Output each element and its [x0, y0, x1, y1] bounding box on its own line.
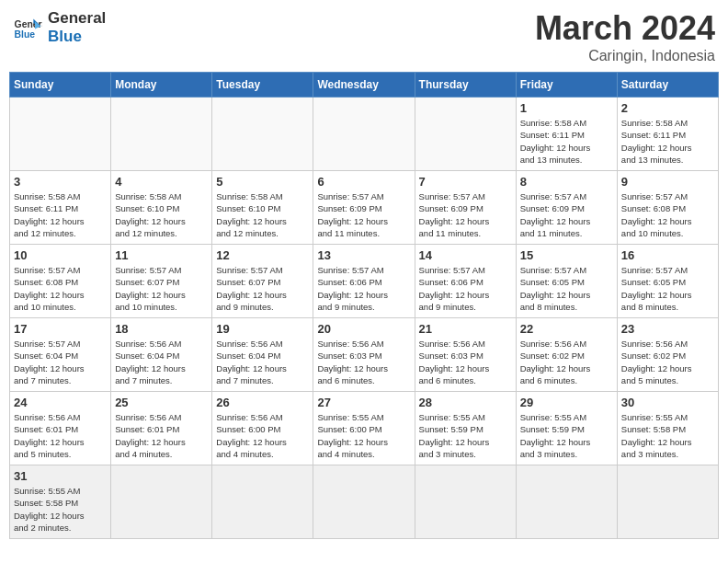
calendar-cell: 15Sunrise: 5:57 AM Sunset: 6:05 PM Dayli…: [516, 245, 617, 318]
calendar-cell: 1Sunrise: 5:58 AM Sunset: 6:11 PM Daylig…: [516, 98, 617, 171]
calendar-cell: 14Sunrise: 5:57 AM Sunset: 6:06 PM Dayli…: [415, 245, 516, 318]
day-info: Sunrise: 5:58 AM Sunset: 6:11 PM Dayligh…: [14, 190, 107, 239]
day-info: Sunrise: 5:56 AM Sunset: 6:04 PM Dayligh…: [115, 338, 208, 386]
weekday-header-friday: Friday: [516, 73, 617, 98]
calendar-week-row: 3Sunrise: 5:58 AM Sunset: 6:11 PM Daylig…: [10, 171, 719, 245]
calendar-cell: [10, 98, 111, 171]
day-number: 6: [317, 175, 410, 189]
calendar-table: SundayMondayTuesdayWednesdayThursdayFrid…: [9, 72, 719, 539]
day-number: 10: [14, 248, 107, 262]
calendar-body: 1Sunrise: 5:58 AM Sunset: 6:11 PM Daylig…: [10, 98, 719, 539]
day-number: 18: [115, 322, 208, 336]
calendar-cell: 19Sunrise: 5:56 AM Sunset: 6:04 PM Dayli…: [212, 318, 313, 392]
day-info: Sunrise: 5:55 AM Sunset: 5:59 PM Dayligh…: [419, 411, 512, 460]
day-number: 5: [216, 175, 309, 189]
day-info: Sunrise: 5:58 AM Sunset: 6:10 PM Dayligh…: [216, 190, 309, 239]
day-info: Sunrise: 5:55 AM Sunset: 5:59 PM Dayligh…: [520, 411, 613, 460]
header: General Blue General Blue March 2024 Car…: [9, 9, 719, 64]
logo-blue-text: Blue: [48, 28, 106, 46]
day-number: 13: [317, 248, 410, 262]
day-info: Sunrise: 5:55 AM Sunset: 6:00 PM Dayligh…: [317, 411, 410, 460]
day-number: 11: [115, 248, 208, 262]
day-info: Sunrise: 5:55 AM Sunset: 5:58 PM Dayligh…: [621, 411, 714, 460]
day-info: Sunrise: 5:57 AM Sunset: 6:09 PM Dayligh…: [419, 190, 512, 239]
calendar-cell: 12Sunrise: 5:57 AM Sunset: 6:07 PM Dayli…: [212, 245, 313, 318]
day-info: Sunrise: 5:58 AM Sunset: 6:10 PM Dayligh…: [115, 190, 208, 239]
calendar-cell: [212, 98, 313, 171]
calendar-cell: 4Sunrise: 5:58 AM Sunset: 6:10 PM Daylig…: [111, 171, 212, 245]
calendar-cell: [313, 465, 415, 539]
calendar-cell: 24Sunrise: 5:56 AM Sunset: 6:01 PM Dayli…: [10, 392, 111, 465]
logo: General Blue General Blue: [13, 9, 106, 47]
day-info: Sunrise: 5:57 AM Sunset: 6:04 PM Dayligh…: [14, 338, 107, 386]
day-number: 4: [115, 175, 208, 189]
calendar-cell: 28Sunrise: 5:55 AM Sunset: 5:59 PM Dayli…: [415, 392, 516, 465]
day-number: 2: [621, 101, 714, 115]
day-info: Sunrise: 5:57 AM Sunset: 6:09 PM Dayligh…: [520, 190, 613, 239]
day-info: Sunrise: 5:58 AM Sunset: 6:11 PM Dayligh…: [621, 117, 714, 166]
day-info: Sunrise: 5:57 AM Sunset: 6:07 PM Dayligh…: [115, 264, 208, 313]
calendar-cell: 17Sunrise: 5:57 AM Sunset: 6:04 PM Dayli…: [10, 318, 111, 392]
day-info: Sunrise: 5:57 AM Sunset: 6:05 PM Dayligh…: [520, 264, 613, 313]
calendar-subtitle: Caringin, Indonesia: [535, 48, 715, 64]
calendar-week-row: 24Sunrise: 5:56 AM Sunset: 6:01 PM Dayli…: [10, 392, 719, 465]
day-number: 1: [520, 101, 613, 115]
weekday-header-row: SundayMondayTuesdayWednesdayThursdayFrid…: [10, 73, 719, 98]
day-number: 17: [14, 322, 107, 336]
day-info: Sunrise: 5:56 AM Sunset: 6:02 PM Dayligh…: [520, 338, 613, 386]
day-info: Sunrise: 5:57 AM Sunset: 6:06 PM Dayligh…: [419, 264, 512, 313]
day-number: 28: [419, 396, 512, 409]
day-info: Sunrise: 5:56 AM Sunset: 6:02 PM Dayligh…: [621, 338, 714, 386]
day-number: 3: [14, 175, 107, 189]
day-number: 25: [115, 396, 208, 409]
day-info: Sunrise: 5:57 AM Sunset: 6:09 PM Dayligh…: [317, 190, 410, 239]
title-block: March 2024 Caringin, Indonesia: [535, 9, 715, 64]
weekday-header-monday: Monday: [111, 73, 212, 98]
day-number: 24: [14, 396, 107, 409]
day-info: Sunrise: 5:56 AM Sunset: 6:01 PM Dayligh…: [14, 411, 107, 460]
calendar-week-row: 10Sunrise: 5:57 AM Sunset: 6:08 PM Dayli…: [10, 245, 719, 318]
calendar-cell: 6Sunrise: 5:57 AM Sunset: 6:09 PM Daylig…: [313, 171, 415, 245]
day-number: 14: [419, 248, 512, 262]
day-info: Sunrise: 5:56 AM Sunset: 6:01 PM Dayligh…: [115, 411, 208, 460]
calendar-week-row: 17Sunrise: 5:57 AM Sunset: 6:04 PM Dayli…: [10, 318, 719, 392]
day-info: Sunrise: 5:56 AM Sunset: 6:00 PM Dayligh…: [216, 411, 309, 460]
calendar-cell: 7Sunrise: 5:57 AM Sunset: 6:09 PM Daylig…: [415, 171, 516, 245]
day-number: 31: [14, 469, 107, 483]
weekday-header-sunday: Sunday: [10, 73, 111, 98]
calendar-cell: 27Sunrise: 5:55 AM Sunset: 6:00 PM Dayli…: [313, 392, 415, 465]
calendar-cell: [415, 465, 516, 539]
day-number: 8: [520, 175, 613, 189]
calendar-cell: [111, 98, 212, 171]
day-info: Sunrise: 5:58 AM Sunset: 6:11 PM Dayligh…: [520, 117, 613, 166]
day-info: Sunrise: 5:55 AM Sunset: 5:58 PM Dayligh…: [14, 485, 107, 534]
day-info: Sunrise: 5:57 AM Sunset: 6:05 PM Dayligh…: [621, 264, 714, 313]
calendar-cell: 21Sunrise: 5:56 AM Sunset: 6:03 PM Dayli…: [415, 318, 516, 392]
calendar-cell: [313, 98, 415, 171]
day-number: 27: [317, 396, 410, 409]
day-number: 30: [621, 396, 714, 409]
day-number: 21: [419, 322, 512, 336]
day-info: Sunrise: 5:57 AM Sunset: 6:06 PM Dayligh…: [317, 264, 410, 313]
calendar-cell: 26Sunrise: 5:56 AM Sunset: 6:00 PM Dayli…: [212, 392, 313, 465]
day-number: 26: [216, 396, 309, 409]
calendar-cell: [516, 465, 617, 539]
day-info: Sunrise: 5:57 AM Sunset: 6:07 PM Dayligh…: [216, 264, 309, 313]
calendar-week-row: 1Sunrise: 5:58 AM Sunset: 6:11 PM Daylig…: [10, 98, 719, 171]
calendar-header: SundayMondayTuesdayWednesdayThursdayFrid…: [10, 73, 719, 98]
calendar-cell: 11Sunrise: 5:57 AM Sunset: 6:07 PM Dayli…: [111, 245, 212, 318]
day-info: Sunrise: 5:57 AM Sunset: 6:08 PM Dayligh…: [14, 264, 107, 313]
calendar-cell: 13Sunrise: 5:57 AM Sunset: 6:06 PM Dayli…: [313, 245, 415, 318]
day-number: 22: [520, 322, 613, 336]
day-info: Sunrise: 5:56 AM Sunset: 6:03 PM Dayligh…: [317, 338, 410, 386]
day-number: 9: [621, 175, 714, 189]
day-number: 19: [216, 322, 309, 336]
calendar-cell: 29Sunrise: 5:55 AM Sunset: 5:59 PM Dayli…: [516, 392, 617, 465]
calendar-cell: [111, 465, 212, 539]
weekday-header-tuesday: Tuesday: [212, 73, 313, 98]
day-number: 29: [520, 396, 613, 409]
calendar-cell: 30Sunrise: 5:55 AM Sunset: 5:58 PM Dayli…: [617, 392, 718, 465]
calendar-cell: [415, 98, 516, 171]
calendar-title: March 2024: [535, 9, 715, 48]
calendar-cell: 20Sunrise: 5:56 AM Sunset: 6:03 PM Dayli…: [313, 318, 415, 392]
